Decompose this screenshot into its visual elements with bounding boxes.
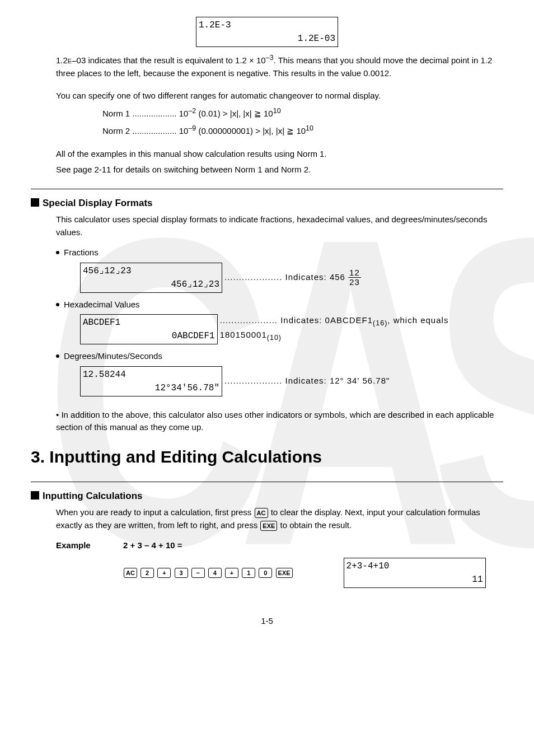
example-equation: 2 + 3 – 4 + 10 = bbox=[123, 539, 182, 552]
square-bullet-icon bbox=[31, 491, 39, 500]
ac-key-icon: AC bbox=[255, 508, 268, 518]
hex-indicates: .................... Indicates: 0ABCDEF1… bbox=[220, 314, 503, 343]
key-4: 4 bbox=[208, 568, 222, 578]
lcd1-bot: 1.2E-03 bbox=[199, 32, 335, 45]
example-row: Example 2 + 3 – 4 + 10 = bbox=[56, 539, 503, 552]
norm2-line: Norm 2 ................... 10–9 (0.00000… bbox=[102, 123, 503, 138]
fractions-heading: Fractions bbox=[56, 246, 503, 259]
lcd-example-1: 1.2E-3 1.2E-03 bbox=[31, 17, 503, 47]
dms-indicates: .................... Indicates: 12° 34' … bbox=[224, 375, 390, 388]
square-bullet-icon bbox=[31, 198, 39, 207]
section-inputting: Inputting Calculations bbox=[31, 489, 503, 503]
key-plus: + bbox=[225, 568, 238, 578]
dms-row: 12.58244 12°34'56.78" ..................… bbox=[80, 366, 503, 396]
key-minus: − bbox=[191, 568, 205, 578]
section-special-display: Special Display Formats bbox=[31, 196, 503, 211]
key-ac: AC bbox=[124, 568, 137, 578]
lcd2-bot: 456⌟12⌟23 bbox=[83, 278, 219, 291]
key-1: 1 bbox=[242, 568, 255, 578]
lcd4-top: 12.58244 bbox=[83, 368, 219, 381]
lcd1-top: 1.2E-3 bbox=[199, 18, 335, 32]
fractions-row: 456⌟12⌟23 456⌟12⌟23 ....................… bbox=[80, 263, 503, 293]
lcd4-bot: 12°34'56.78" bbox=[83, 381, 219, 395]
lcd2-top: 456⌟12⌟23 bbox=[83, 264, 219, 278]
bullet-icon bbox=[56, 354, 59, 358]
dms-heading: Degrees/Minutes/Seconds bbox=[56, 350, 503, 363]
paragraph-ranges: You can specify one of two different ran… bbox=[56, 90, 503, 102]
paragraph-scinotation: 1.2E–03 indicates that the result is equ… bbox=[56, 53, 503, 80]
key-exe: EXE bbox=[276, 568, 293, 578]
hex-row: ABCDEF1 0ABCDEF1 .................... In… bbox=[80, 314, 503, 344]
example-keys-row: AC 2 + 3 − 4 + 1 0 EXE 2+3-4+10 11 bbox=[123, 558, 503, 588]
paragraph-norm1note: All of the examples in this manual show … bbox=[56, 148, 503, 161]
divider bbox=[31, 482, 503, 482]
lcd3-bot: 0ABCDEF1 bbox=[83, 329, 215, 343]
key-3: 3 bbox=[175, 568, 188, 578]
lcd5-top: 2+3-4+10 bbox=[346, 559, 483, 573]
bullet-icon bbox=[56, 251, 59, 254]
key-2: 2 bbox=[140, 568, 154, 578]
chapter-heading: 3. Inputting and Editing Calculations bbox=[31, 444, 503, 469]
key-0: 0 bbox=[259, 568, 272, 578]
bullet-icon bbox=[56, 303, 59, 306]
lcd3-top: ABCDEF1 bbox=[83, 316, 215, 329]
norm1-line: Norm 1 ................... 10–2 (0.01) >… bbox=[102, 106, 503, 120]
paragraph-formats: This calculator uses special display for… bbox=[56, 213, 503, 239]
hex-heading: Hexadecimal Values bbox=[56, 298, 503, 311]
paragraph-seepage: See page 2-11 for details on switching b… bbox=[56, 164, 503, 176]
page-number: 1-5 bbox=[31, 615, 503, 628]
divider bbox=[31, 189, 503, 189]
lcd5-bot: 11 bbox=[346, 573, 483, 586]
key-plus: + bbox=[157, 568, 171, 578]
exe-key-icon: EXE bbox=[260, 521, 277, 531]
key-sequence: AC 2 + 3 − 4 + 1 0 EXE bbox=[123, 566, 293, 579]
fractions-indicates: .................... Indicates: 456 1223 bbox=[224, 268, 361, 287]
example-label: Example bbox=[56, 539, 123, 552]
paragraph-otherindicators: • In addition to the above, this calcula… bbox=[56, 409, 503, 434]
paragraph-inputting: When you are ready to input a calculatio… bbox=[56, 506, 503, 531]
